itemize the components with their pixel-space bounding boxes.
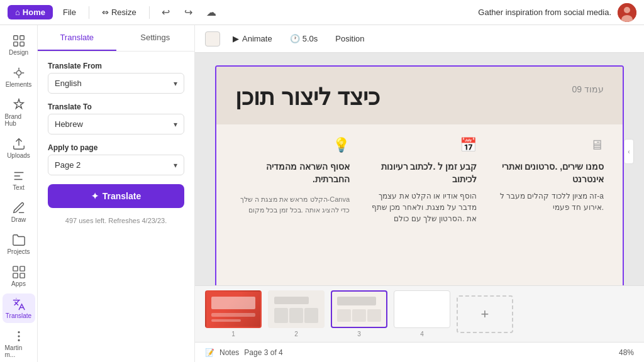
svg-point-15 xyxy=(18,340,19,341)
page-select-wrapper[interactable]: All pages Page 1 Page 2 Page 3 Page 4 ▾ xyxy=(48,155,184,175)
slide-header: כיצד ליצור תוכן עמוד 09 xyxy=(216,67,623,124)
elements-icon xyxy=(12,66,26,80)
slide[interactable]: כיצד ליצור תוכן עמוד 09 🖥 סמנו שירים, .ס… xyxy=(215,65,624,285)
zoom-level[interactable]: 48% xyxy=(619,348,634,357)
canvas-area: ▶ Animate 🕐 5.0s Position כיצד ליצור תוכ… xyxy=(195,25,644,362)
file-button[interactable]: File xyxy=(58,5,81,19)
svg-point-14 xyxy=(18,336,19,337)
avatar[interactable] xyxy=(618,3,636,22)
sidebar-item-translate[interactable]: Translate xyxy=(3,293,35,323)
sidebar-item-projects[interactable]: Projects xyxy=(3,229,35,259)
translate-to-section: Translate To Hebrew Spanish French Germa… xyxy=(48,102,184,134)
home-button[interactable]: ⌂ Home xyxy=(8,5,53,19)
filmstrip-thumb-4[interactable] xyxy=(394,290,450,328)
cloud-icon: ☁ xyxy=(206,6,216,18)
elements-label: Elements xyxy=(6,81,32,88)
sidebar-item-design[interactable]: Design xyxy=(3,30,35,60)
svg-rect-9 xyxy=(13,266,17,271)
sidebar-item-elements[interactable]: Elements xyxy=(3,62,35,92)
avatar-image xyxy=(618,3,636,22)
filmstrip-add-button[interactable]: + xyxy=(457,295,513,333)
thumb-1-content xyxy=(206,292,260,327)
uploads-icon xyxy=(12,137,26,151)
filmstrip-thumb-3[interactable] xyxy=(331,290,387,328)
apps-icon xyxy=(12,265,26,279)
projects-icon xyxy=(12,233,26,247)
brand-icon xyxy=(12,98,26,112)
svg-rect-11 xyxy=(13,273,17,278)
tab-translate-label: Translate xyxy=(60,33,94,42)
thumb-2-content xyxy=(269,292,323,327)
canvas-scroll[interactable]: כיצד ליצור תוכן עמוד 09 🖥 סמנו שירים, .ס… xyxy=(195,53,644,285)
sidebar-item-brand-hub[interactable]: Brand Hub xyxy=(3,94,35,131)
notes-label[interactable]: Notes xyxy=(219,348,239,357)
slide-col-1: 💡 אסוף השראה מהמדיה החברתית. Canva-הקלט … xyxy=(235,137,350,224)
from-label: Translate From xyxy=(48,62,184,70)
to-select[interactable]: Hebrew Spanish French German xyxy=(55,119,177,129)
redo-button[interactable]: ↪ xyxy=(180,4,197,21)
text-label: Text xyxy=(13,184,24,191)
svg-point-7 xyxy=(16,70,21,75)
tab-settings[interactable]: Settings xyxy=(116,25,195,51)
redo-icon: ↪ xyxy=(184,6,192,18)
slide-col-3-body: a-זה מציון ללכוד קהלים מעבר ל .אירוע חד … xyxy=(489,190,604,213)
filmstrip-thumb-2[interactable] xyxy=(268,290,325,328)
brand-hub-label: Brand Hub xyxy=(5,113,33,127)
svg-rect-10 xyxy=(19,266,24,271)
apply-to-page-section: Apply to page All pages Page 1 Page 2 Pa… xyxy=(48,143,184,175)
projects-label: Projects xyxy=(7,248,30,255)
canvas-toolbar: ▶ Animate 🕐 5.0s Position xyxy=(195,25,644,53)
position-button[interactable]: Position xyxy=(330,31,369,46)
page-label: Apply to page xyxy=(48,143,184,152)
svg-rect-12 xyxy=(19,273,24,278)
design-icon xyxy=(12,34,26,48)
sidebar-item-uploads[interactable]: Uploads xyxy=(3,133,35,163)
filmstrip-slide-2[interactable]: 2 xyxy=(268,290,325,337)
filmstrip-num-3: 3 xyxy=(357,331,361,337)
status-bar: 📝 Notes Page 3 of 4 48% xyxy=(195,342,644,362)
to-select-wrapper[interactable]: Hebrew Spanish French German ▾ xyxy=(48,114,184,134)
uploads-label: Uploads xyxy=(7,152,30,159)
icon-sidebar: Design Elements Brand Hub Uploads Text D… xyxy=(0,25,38,362)
add-icon: + xyxy=(481,306,489,322)
resize-button[interactable]: ⇔ Resize xyxy=(97,5,142,19)
filmstrip-slide-1[interactable]: 1 xyxy=(205,290,262,337)
duration-button[interactable]: 🕐 5.0s xyxy=(285,31,323,46)
tab-translate[interactable]: Translate xyxy=(38,25,116,51)
filmstrip-slide-3[interactable]: 3 xyxy=(331,290,387,337)
undo-button[interactable]: ↩ xyxy=(157,4,175,21)
slide-col-2-title: קבע זמן ל .לכתוב רעיונות לכיתוב xyxy=(362,161,477,185)
home-icon: ⌂ xyxy=(15,8,20,17)
position-label: Position xyxy=(335,34,364,43)
filmstrip-slide-4[interactable]: 4 xyxy=(394,290,450,337)
panel-tabs: Translate Settings xyxy=(38,25,194,52)
sidebar-item-draw[interactable]: Draw xyxy=(3,197,35,227)
slide-col-2: 📅 קבע זמן ל .לכתוב רעיונות לכיתוב הוסף א… xyxy=(362,137,477,224)
page-select[interactable]: All pages Page 1 Page 2 Page 3 Page 4 xyxy=(55,160,177,170)
color-swatch[interactable] xyxy=(205,31,220,47)
translate-panel: Translate Settings Translate From Englis… xyxy=(38,25,195,362)
right-scroll-handle[interactable]: ‹ xyxy=(624,139,634,164)
translate-btn-label: Translate xyxy=(103,191,141,201)
panel-body: Translate From English Spanish French Ge… xyxy=(38,52,194,234)
svg-point-13 xyxy=(18,332,19,333)
sidebar-item-more[interactable]: Martin m... xyxy=(3,326,35,362)
home-label: Home xyxy=(23,8,45,17)
main-area: Design Elements Brand Hub Uploads Text D… xyxy=(0,25,644,362)
translate-btn-icon: ✦ xyxy=(91,191,99,201)
translate-button[interactable]: ✦ Translate xyxy=(48,184,184,208)
filmstrip-thumb-1[interactable] xyxy=(205,290,262,328)
from-select[interactable]: English Spanish French German xyxy=(55,79,177,88)
cloud-save-button[interactable]: ☁ xyxy=(203,4,220,21)
tab-settings-label: Settings xyxy=(140,33,170,42)
resize-label: Resize xyxy=(111,8,136,17)
sidebar-item-apps[interactable]: Apps xyxy=(3,261,35,291)
design-label: Design xyxy=(9,49,28,56)
animate-button[interactable]: ▶ Animate xyxy=(228,31,277,46)
slide-col-3-title: סמנו שירים, .סרטונים ואתרי אינטרנט xyxy=(489,161,604,185)
from-select-wrapper[interactable]: English Spanish French German ▾ xyxy=(48,73,184,94)
clock-icon: 🕐 xyxy=(290,34,300,43)
animate-icon: ▶ xyxy=(233,34,239,43)
animate-label: Animate xyxy=(242,34,272,43)
sidebar-item-text[interactable]: Text xyxy=(3,165,35,195)
